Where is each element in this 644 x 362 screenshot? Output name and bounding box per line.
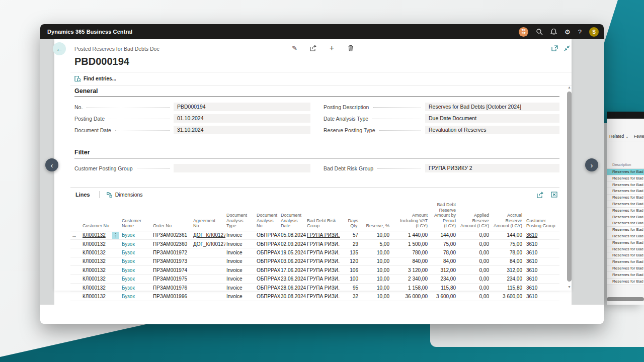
cell-bad_debt_reserve_by_period[interactable]: 75,00 bbox=[431, 239, 459, 248]
cell-applied_reserve[interactable]: 0,00 bbox=[459, 266, 492, 275]
background-list-row[interactable]: Reserves for Bad Debts bbox=[607, 265, 644, 272]
popout-icon[interactable] bbox=[551, 45, 558, 51]
collapse-icon[interactable] bbox=[564, 45, 570, 51]
cell-doc_analysis_no[interactable]: ОБПРРАХ0... bbox=[256, 266, 280, 275]
cell-amount_incl_vat[interactable]: 36 000,00 bbox=[392, 292, 431, 301]
cell-customer_name[interactable]: Бузок bbox=[121, 266, 152, 275]
col-header-accrual_reserve[interactable]: Accrual Reserve Amount (LCY) bbox=[492, 201, 525, 231]
open-in-excel-icon[interactable] bbox=[551, 192, 557, 198]
cell-bad_debt_reserve_by_period[interactable]: 3 600,00 bbox=[431, 292, 459, 301]
cell-doc_analysis_type[interactable]: Invoice bbox=[225, 275, 256, 283]
cell-doc_analysis_date[interactable]: 03.06.2024 bbox=[280, 257, 306, 265]
cell-doc_analysis_date[interactable]: 23.06.2024 bbox=[280, 275, 306, 283]
cell-risk_group[interactable]: ГРУПА РИЗИ... bbox=[306, 239, 340, 248]
cell-reserve_pct[interactable]: 10,00 bbox=[361, 292, 392, 301]
cell-applied_reserve[interactable]: 0,00 bbox=[459, 239, 492, 248]
background-list-row[interactable]: Reserves for Bad Debts bbox=[607, 188, 644, 195]
cell-customer_no[interactable]: КЛ000132 bbox=[82, 239, 121, 248]
col-header-amount_incl_vat[interactable]: Amount Including VAT (LCY) bbox=[392, 201, 431, 231]
col-header-doc_analysis_no[interactable]: Document Analysis No. bbox=[256, 201, 280, 231]
user-avatar[interactable]: S bbox=[589, 27, 599, 37]
cell-amount_incl_vat[interactable]: 3 120,00 bbox=[392, 266, 431, 275]
cell-bad_debt_reserve_by_period[interactable]: 144,00 bbox=[431, 231, 459, 239]
posting-description-field[interactable]: Reserves for Bad Debts [October 2024] bbox=[425, 103, 559, 111]
cell-customer_no[interactable]: КЛ000132 bbox=[82, 292, 121, 301]
customer-posting-group-field[interactable] bbox=[174, 164, 310, 172]
cell-agreement_no[interactable] bbox=[192, 257, 225, 265]
col-header-risk_group[interactable]: Bad Debt Risk Group bbox=[306, 201, 340, 231]
page-vertical-scrollbar[interactable]: ▲ ▼ bbox=[567, 85, 572, 289]
cell-marker[interactable] bbox=[70, 275, 82, 283]
cell-doc_analysis_no[interactable]: ОБПРРАХ0... bbox=[256, 257, 280, 265]
cell-customer_name[interactable]: Бузок bbox=[121, 275, 152, 283]
cell-agreement_no[interactable] bbox=[192, 283, 225, 292]
cell-amount_incl_vat[interactable]: 1 500,00 bbox=[392, 239, 431, 248]
cell-accrual_reserve[interactable]: 234,00 bbox=[492, 275, 525, 283]
cell-order_no[interactable]: ПРЗАМ002361 bbox=[152, 231, 192, 239]
posting-date-field[interactable]: 01.10.2024 bbox=[174, 114, 310, 123]
col-header-bad_debt_reserve_by_period[interactable]: Bad Debt Reserve Amount by Period (LCY) bbox=[431, 201, 459, 231]
cell-reserve_pct[interactable]: 10,00 bbox=[361, 275, 392, 283]
cell-risk_group[interactable]: ГРУПА РИЗИ... bbox=[306, 257, 340, 265]
cell-reserve_pct[interactable]: 10,00 bbox=[361, 266, 392, 275]
cell-order_no[interactable]: ПРЗАМ001976 bbox=[152, 283, 192, 292]
cell-agreement_no[interactable] bbox=[192, 248, 225, 257]
search-icon[interactable] bbox=[536, 28, 543, 35]
col-header-doc_analysis_date[interactable]: Document Analysis Date bbox=[280, 201, 306, 231]
date-analysis-type-field[interactable]: Due Date Document bbox=[425, 114, 559, 123]
cell-reserve_pct[interactable]: 10,00 bbox=[361, 248, 392, 257]
cell-order_no[interactable]: ПРЗАМ001973 bbox=[152, 257, 192, 265]
background-list-row[interactable]: Reserves for Bad Debts bbox=[607, 175, 644, 182]
cell-customer_name[interactable]: Бузок bbox=[121, 239, 152, 248]
col-header-doc_analysis_type[interactable]: Document Analysis Type bbox=[225, 201, 256, 231]
document-date-field[interactable]: 31.10.2024 bbox=[174, 126, 310, 134]
cell-marker[interactable] bbox=[70, 239, 82, 248]
cell-days_qty[interactable]: 95 bbox=[340, 283, 361, 292]
no-field[interactable]: PBD000194 bbox=[174, 103, 310, 111]
col-header-days_qty[interactable]: Days Qty. bbox=[340, 201, 361, 231]
col-header-posting_group[interactable]: Customer Posting Group bbox=[525, 201, 559, 231]
cell-reserve_pct[interactable]: 10,00 bbox=[361, 283, 392, 292]
col-header-agreement_no[interactable]: Agreement No. bbox=[192, 201, 225, 231]
cell-order_no[interactable]: ПРЗАМ001972 bbox=[152, 248, 192, 257]
cell-doc_analysis_type[interactable]: Invoice bbox=[225, 257, 256, 265]
cell-agreement_no[interactable]: ДОГ_КЛ00127 bbox=[192, 231, 225, 239]
bad-debt-risk-group-field[interactable]: ГРУПА РИЗИКУ 2 bbox=[425, 164, 559, 172]
share-lines-icon[interactable] bbox=[537, 192, 544, 198]
cell-accrual_reserve[interactable]: 75,00 bbox=[492, 239, 525, 248]
fewer-options-button[interactable]: Fewer options bbox=[634, 134, 644, 139]
cell-customer_no[interactable]: КЛ000132 bbox=[82, 257, 121, 265]
cell-marker[interactable]: → bbox=[70, 231, 82, 239]
scroll-up-icon[interactable]: ▲ bbox=[567, 85, 572, 89]
cell-bad_debt_reserve_by_period[interactable]: 234,00 bbox=[431, 275, 459, 283]
cell-doc_analysis_type[interactable]: Invoice bbox=[225, 266, 256, 275]
cell-marker[interactable] bbox=[70, 292, 82, 301]
add-icon[interactable]: + bbox=[328, 44, 336, 52]
cell-bad_debt_reserve_by_period[interactable]: 312,00 bbox=[431, 266, 459, 275]
cell-customer_name[interactable]: Бузок bbox=[121, 283, 152, 292]
cell-customer_no[interactable]: КЛ000132 bbox=[82, 266, 121, 275]
cell-accrual_reserve[interactable]: 312,00 bbox=[492, 266, 525, 275]
cell-risk_group[interactable]: ГРУПА РИЗИ... bbox=[306, 292, 340, 301]
cell-doc_analysis_no[interactable]: ОБПРРАХ0... bbox=[256, 231, 280, 239]
cell-doc_analysis_date[interactable]: 02.09.2024 bbox=[280, 239, 306, 248]
cell-reserve_pct[interactable]: 5,00 bbox=[361, 239, 392, 248]
cell-customer_no[interactable]: КЛ000132 bbox=[82, 283, 121, 292]
cell-posting_group[interactable]: 3610 bbox=[525, 231, 559, 239]
previous-record-button[interactable]: ‹ bbox=[45, 158, 58, 171]
cell-days_qty[interactable]: 106 bbox=[340, 266, 361, 275]
background-list-row[interactable]: Reserves for Bad Debts bbox=[607, 208, 644, 214]
cell-doc_analysis_date[interactable]: 28.06.2024 bbox=[280, 283, 306, 292]
background-list-row[interactable]: Reserves for Bad Debts bbox=[607, 246, 644, 253]
cell-amount_incl_vat[interactable]: 1 158,00 bbox=[392, 283, 431, 292]
cell-posting_group[interactable]: 3610 bbox=[525, 283, 559, 292]
cell-applied_reserve[interactable]: 0,00 bbox=[459, 257, 492, 265]
cell-order_no[interactable]: ПРЗАМ001996 bbox=[152, 292, 192, 301]
back-button[interactable]: ← bbox=[53, 42, 66, 55]
cell-applied_reserve[interactable]: 0,00 bbox=[459, 283, 492, 292]
cell-days_qty[interactable]: 120 bbox=[340, 257, 361, 265]
col-header-customer_no[interactable]: Customer No. bbox=[82, 201, 121, 231]
cell-marker[interactable] bbox=[70, 257, 82, 265]
cell-risk_group[interactable]: ГРУПА РИЗИ... bbox=[306, 231, 340, 239]
cell-doc_analysis_type[interactable]: Invoice bbox=[225, 231, 256, 239]
